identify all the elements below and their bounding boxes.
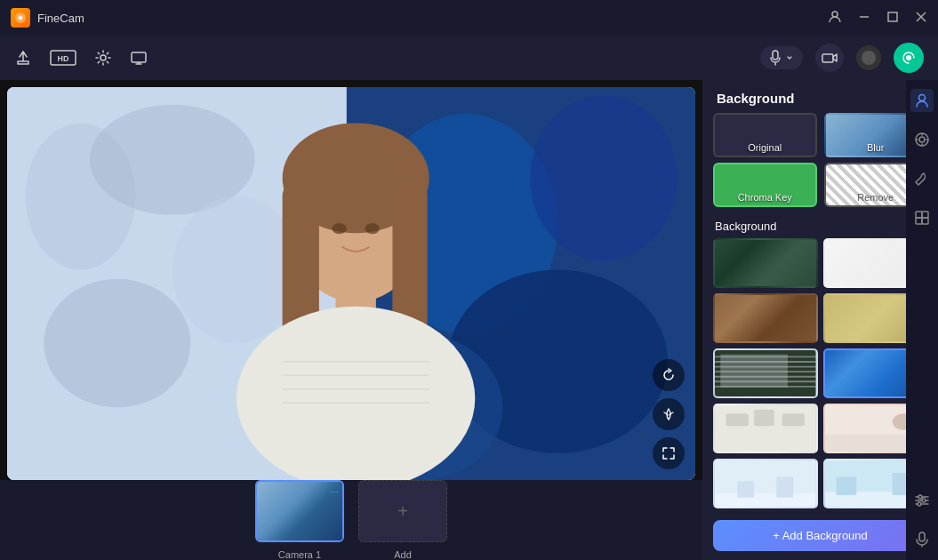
svg-point-12 (906, 55, 911, 60)
chromakey-option[interactable]: Chroma Key (713, 163, 817, 207)
person-icon[interactable] (910, 89, 934, 112)
bg-thumb-9[interactable] (713, 459, 818, 508)
minimize-icon[interactable] (858, 11, 870, 26)
svg-point-1 (832, 12, 838, 17)
svg-rect-62 (922, 218, 928, 224)
camera-thumb-wrapper: ··· Camera 1 (255, 480, 344, 542)
svg-rect-51 (776, 477, 793, 498)
svg-rect-60 (922, 212, 928, 218)
effect-button[interactable] (653, 398, 685, 430)
svg-point-8 (100, 55, 106, 60)
audio-sliders-icon[interactable] (910, 489, 934, 512)
video-container (7, 87, 695, 480)
svg-rect-3 (888, 12, 897, 21)
right-panel: Background Original Blur Chroma Key Remo… (702, 80, 938, 560)
svg-point-22 (530, 95, 677, 260)
fullscreen-button[interactable] (653, 437, 685, 469)
svg-point-56 (919, 95, 926, 101)
camera-button[interactable] (815, 44, 844, 72)
side-icons (906, 80, 938, 560)
svg-rect-54 (836, 477, 856, 495)
record-button[interactable] (856, 45, 881, 70)
svg-rect-61 (916, 218, 922, 224)
add-camera-button[interactable]: + (358, 480, 447, 542)
account-icon[interactable] (828, 10, 842, 27)
stickers-icon[interactable] (910, 206, 934, 229)
titlebar: FineCam (0, 0, 938, 36)
svg-rect-69 (919, 532, 925, 541)
bg-mode-options-2: Chroma Key Remove (702, 163, 938, 216)
maximize-icon[interactable] (886, 11, 899, 26)
mic-panel-icon[interactable] (910, 528, 934, 551)
original-option[interactable]: Original (713, 113, 817, 157)
add-background-button[interactable]: + Add Background (713, 520, 927, 551)
chromakey-label: Chroma Key (738, 189, 792, 205)
live-button[interactable] (894, 43, 924, 73)
video-background (7, 87, 695, 480)
bg-thumb-3[interactable] (713, 293, 818, 343)
svg-rect-9 (132, 52, 146, 62)
add-camera-wrapper: + Add (358, 480, 447, 542)
bg-section-title: Background (702, 216, 938, 238)
bottom-strip: ··· Camera 1 + Add (0, 480, 702, 560)
toolbar-right (760, 43, 924, 73)
titlebar-left: FineCam (11, 8, 84, 28)
svg-text:HD: HD (58, 54, 69, 63)
svg-point-66 (918, 495, 922, 499)
svg-rect-42 (726, 413, 749, 426)
app-logo (11, 8, 30, 28)
titlebar-controls (828, 10, 927, 27)
video-controls-overlay (653, 359, 685, 469)
add-camera-icon: + (397, 501, 408, 522)
bg-mode-options: Original Blur (702, 113, 938, 166)
settings-button[interactable] (94, 49, 112, 67)
close-icon[interactable] (915, 11, 927, 26)
mic-button[interactable] (760, 46, 803, 69)
svg-point-17 (44, 279, 190, 407)
toolbar: HD (0, 36, 938, 80)
main-area: ··· Camera 1 + Add Background Original B… (0, 80, 938, 560)
original-label: Original (748, 140, 782, 156)
hd-button[interactable]: HD (50, 50, 76, 66)
svg-rect-43 (754, 410, 774, 427)
bg-thumb-7[interactable] (713, 404, 818, 453)
toolbar-left: HD (14, 49, 148, 67)
svg-rect-44 (782, 413, 805, 426)
svg-rect-10 (773, 51, 778, 60)
app-title: FineCam (37, 12, 84, 25)
svg-point-58 (919, 137, 925, 142)
camera-1-label: Camera 1 (255, 549, 344, 560)
video-section: ··· Camera 1 + Add (0, 80, 702, 560)
tools-icon[interactable] (910, 167, 934, 190)
add-label: Add (358, 549, 447, 560)
rotate-button[interactable] (653, 359, 685, 391)
bg-grid (702, 238, 938, 513)
record-indicator (862, 51, 876, 65)
effects-icon[interactable] (910, 128, 934, 151)
svg-point-28 (332, 223, 347, 234)
svg-point-29 (365, 223, 380, 234)
bg-thumb-1[interactable] (713, 238, 818, 288)
remove-label: Remove (857, 189, 894, 205)
export-button[interactable] (14, 49, 32, 67)
svg-point-18 (172, 196, 301, 343)
camera-1-thumb[interactable]: ··· (255, 480, 344, 542)
thumb-menu[interactable]: ··· (330, 485, 339, 498)
svg-rect-49 (715, 493, 816, 507)
svg-rect-50 (737, 481, 754, 498)
svg-point-67 (922, 499, 926, 502)
svg-rect-59 (916, 212, 922, 218)
svg-point-68 (918, 502, 921, 506)
svg-rect-11 (822, 54, 833, 62)
bg-thumb-5[interactable] (713, 348, 818, 398)
panel-header: Background (702, 80, 938, 113)
screen-button[interactable] (130, 49, 148, 67)
blur-label: Blur (867, 140, 885, 156)
